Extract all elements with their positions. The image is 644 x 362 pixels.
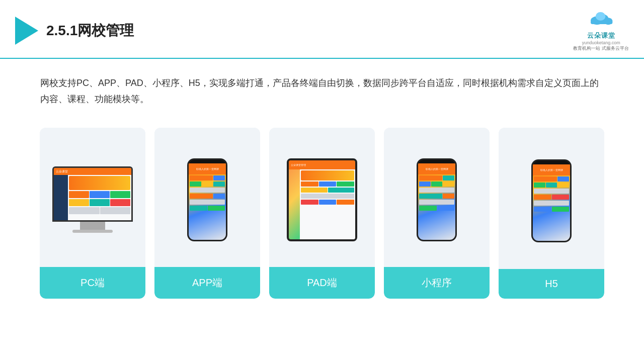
platform-cards: 云朵课堂 [0, 118, 644, 314]
cloud-icon [587, 9, 615, 27]
brand-triangle-icon [15, 17, 38, 45]
card-miniapp: 职场人的第一堂网课 [384, 128, 490, 299]
card-pc-image: 云朵课堂 [40, 128, 145, 267]
header-left: 2.5.1网校管理 [15, 17, 134, 45]
tablet-mockup: 云朵课堂管理 [287, 158, 357, 241]
svg-point-4 [596, 12, 606, 21]
card-h5-image: 职场人的第一堂网课 [499, 128, 604, 269]
description-paragraph: 网校支持PC、APP、PAD、小程序、H5，实现多端打通，产品各终端自由切换，数… [40, 75, 604, 108]
card-miniapp-image: 职场人的第一堂网课 [384, 128, 490, 267]
card-miniapp-label: 小程序 [384, 267, 490, 299]
card-pad: 云朵课堂管理 [269, 128, 375, 299]
card-pad-label: PAD端 [269, 267, 375, 299]
card-app-label: APP端 [154, 267, 260, 299]
phone-mockup-app: 职场人的第一堂网课 [187, 158, 227, 241]
card-h5-label: H5 [499, 269, 604, 299]
card-pad-image: 云朵课堂管理 [269, 128, 375, 267]
page-title: 2.5.1网校管理 [46, 21, 134, 40]
svg-rect-3 [591, 21, 612, 24]
card-app: 职场人的第一堂网课 [154, 128, 260, 299]
logo-name: 云朵课堂 [573, 31, 629, 40]
card-pc-label: PC端 [40, 267, 145, 299]
pc-mockup: 云朵课堂 [52, 166, 133, 233]
cloud-logo: 云朵课堂 yunduoketang.com 教育机构一站 式服务云平台 [573, 9, 629, 52]
logo-url: yunduoketang.com [573, 40, 629, 45]
pc-monitor: 云朵课堂 [52, 166, 133, 222]
logo-tag: 教育机构一站 式服务云平台 [573, 45, 629, 52]
phone-mockup-h5: 职场人的第一堂网课 [531, 159, 572, 242]
page-header: 2.5.1网校管理 云朵课堂 yunduoketang.com 教育机构一站 式… [0, 0, 644, 59]
card-h5: 职场人的第一堂网课 [499, 128, 604, 299]
card-app-image: 职场人的第一堂网课 [154, 128, 260, 267]
phone-mockup-miniapp: 职场人的第一堂网课 [417, 158, 457, 241]
description-text: 网校支持PC、APP、PAD、小程序、H5，实现多端打通，产品各终端自由切换，数… [0, 59, 644, 118]
card-pc: 云朵课堂 [40, 128, 145, 299]
